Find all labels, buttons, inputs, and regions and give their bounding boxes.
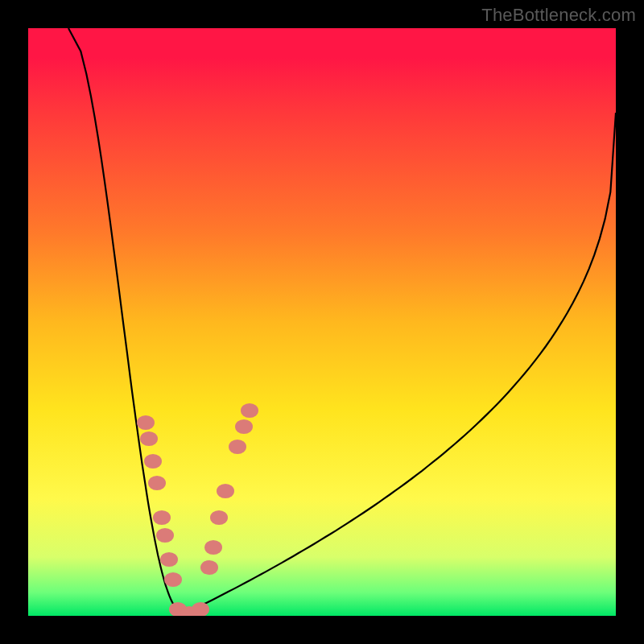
- data-marker: [200, 560, 218, 575]
- curve-svg: [28, 28, 616, 616]
- data-marker: [235, 419, 253, 434]
- plot-area: [28, 28, 616, 616]
- data-markers: [137, 403, 258, 616]
- data-marker: [241, 403, 258, 418]
- data-marker: [204, 540, 222, 555]
- bottleneck-curve: [68, 28, 616, 614]
- data-marker: [156, 528, 174, 543]
- data-marker: [164, 572, 182, 587]
- data-marker: [229, 440, 246, 454]
- v-curve-path: [68, 28, 616, 614]
- data-marker: [160, 552, 178, 567]
- data-marker: [169, 602, 187, 616]
- data-marker: [210, 510, 228, 525]
- data-marker: [192, 602, 209, 616]
- data-marker: [144, 454, 162, 469]
- data-marker: [140, 431, 158, 446]
- chart-frame: TheBottleneck.com: [0, 0, 644, 644]
- watermark-text: TheBottleneck.com: [481, 5, 636, 26]
- data-marker: [137, 415, 155, 430]
- data-marker: [217, 484, 234, 498]
- data-marker: [148, 476, 166, 490]
- data-marker: [153, 510, 171, 525]
- data-marker: [180, 606, 198, 616]
